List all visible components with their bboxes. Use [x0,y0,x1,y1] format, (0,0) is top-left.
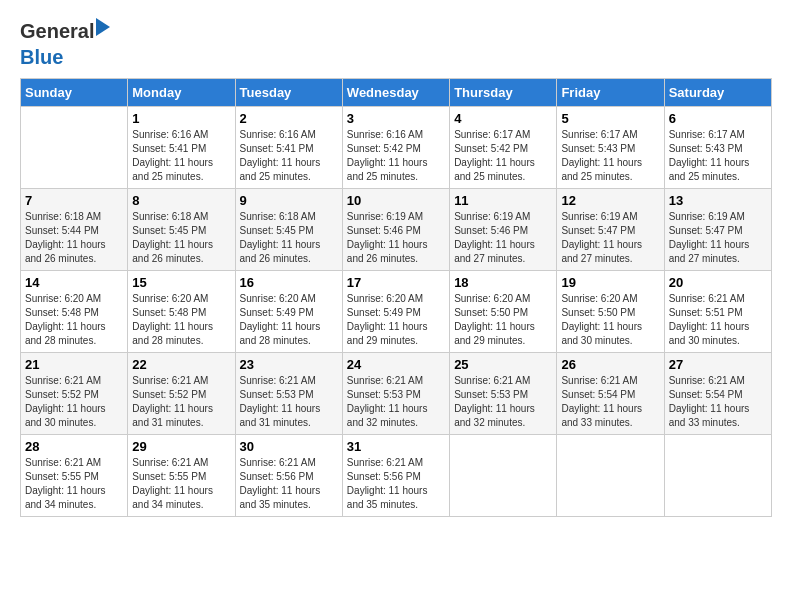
calendar-cell: 12Sunrise: 6:19 AMSunset: 5:47 PMDayligh… [557,189,664,271]
calendar-cell [557,435,664,517]
day-number: 22 [132,357,230,372]
day-info: Sunrise: 6:16 AMSunset: 5:41 PMDaylight:… [240,128,338,184]
day-number: 25 [454,357,552,372]
calendar-cell [450,435,557,517]
calendar-cell: 20Sunrise: 6:21 AMSunset: 5:51 PMDayligh… [664,271,771,353]
calendar-cell: 31Sunrise: 6:21 AMSunset: 5:56 PMDayligh… [342,435,449,517]
day-info: Sunrise: 6:21 AMSunset: 5:53 PMDaylight:… [454,374,552,430]
col-header-friday: Friday [557,79,664,107]
week-row-4: 21Sunrise: 6:21 AMSunset: 5:52 PMDayligh… [21,353,772,435]
col-header-monday: Monday [128,79,235,107]
calendar-cell: 13Sunrise: 6:19 AMSunset: 5:47 PMDayligh… [664,189,771,271]
week-row-5: 28Sunrise: 6:21 AMSunset: 5:55 PMDayligh… [21,435,772,517]
day-info: Sunrise: 6:21 AMSunset: 5:55 PMDaylight:… [25,456,123,512]
day-info: Sunrise: 6:20 AMSunset: 5:50 PMDaylight:… [561,292,659,348]
day-info: Sunrise: 6:21 AMSunset: 5:53 PMDaylight:… [347,374,445,430]
day-info: Sunrise: 6:16 AMSunset: 5:41 PMDaylight:… [132,128,230,184]
calendar-cell: 27Sunrise: 6:21 AMSunset: 5:54 PMDayligh… [664,353,771,435]
day-info: Sunrise: 6:21 AMSunset: 5:55 PMDaylight:… [132,456,230,512]
day-info: Sunrise: 6:17 AMSunset: 5:43 PMDaylight:… [561,128,659,184]
day-number: 16 [240,275,338,290]
calendar-cell [664,435,771,517]
day-number: 14 [25,275,123,290]
day-info: Sunrise: 6:21 AMSunset: 5:51 PMDaylight:… [669,292,767,348]
day-info: Sunrise: 6:20 AMSunset: 5:50 PMDaylight:… [454,292,552,348]
calendar-cell: 7Sunrise: 6:18 AMSunset: 5:44 PMDaylight… [21,189,128,271]
day-number: 24 [347,357,445,372]
col-header-saturday: Saturday [664,79,771,107]
calendar-cell: 25Sunrise: 6:21 AMSunset: 5:53 PMDayligh… [450,353,557,435]
day-info: Sunrise: 6:18 AMSunset: 5:45 PMDaylight:… [132,210,230,266]
calendar-cell: 17Sunrise: 6:20 AMSunset: 5:49 PMDayligh… [342,271,449,353]
day-info: Sunrise: 6:20 AMSunset: 5:48 PMDaylight:… [25,292,123,348]
day-number: 4 [454,111,552,126]
logo-general-text: General [20,20,94,42]
logo: General Blue [20,20,110,68]
day-number: 12 [561,193,659,208]
day-number: 15 [132,275,230,290]
calendar-cell: 11Sunrise: 6:19 AMSunset: 5:46 PMDayligh… [450,189,557,271]
day-info: Sunrise: 6:20 AMSunset: 5:49 PMDaylight:… [347,292,445,348]
day-info: Sunrise: 6:17 AMSunset: 5:43 PMDaylight:… [669,128,767,184]
day-info: Sunrise: 6:19 AMSunset: 5:47 PMDaylight:… [669,210,767,266]
day-info: Sunrise: 6:20 AMSunset: 5:49 PMDaylight:… [240,292,338,348]
day-info: Sunrise: 6:19 AMSunset: 5:46 PMDaylight:… [347,210,445,266]
day-number: 28 [25,439,123,454]
page-header: General Blue [20,20,772,68]
day-info: Sunrise: 6:20 AMSunset: 5:48 PMDaylight:… [132,292,230,348]
day-number: 19 [561,275,659,290]
calendar-cell: 9Sunrise: 6:18 AMSunset: 5:45 PMDaylight… [235,189,342,271]
day-info: Sunrise: 6:21 AMSunset: 5:53 PMDaylight:… [240,374,338,430]
day-number: 6 [669,111,767,126]
day-number: 1 [132,111,230,126]
day-info: Sunrise: 6:18 AMSunset: 5:44 PMDaylight:… [25,210,123,266]
day-number: 3 [347,111,445,126]
day-info: Sunrise: 6:21 AMSunset: 5:56 PMDaylight:… [240,456,338,512]
day-info: Sunrise: 6:21 AMSunset: 5:54 PMDaylight:… [669,374,767,430]
calendar-cell: 5Sunrise: 6:17 AMSunset: 5:43 PMDaylight… [557,107,664,189]
day-info: Sunrise: 6:17 AMSunset: 5:42 PMDaylight:… [454,128,552,184]
day-number: 29 [132,439,230,454]
logo-arrow-icon [96,18,110,36]
day-number: 23 [240,357,338,372]
calendar-cell: 14Sunrise: 6:20 AMSunset: 5:48 PMDayligh… [21,271,128,353]
calendar-cell: 2Sunrise: 6:16 AMSunset: 5:41 PMDaylight… [235,107,342,189]
calendar-cell [21,107,128,189]
calendar-cell: 6Sunrise: 6:17 AMSunset: 5:43 PMDaylight… [664,107,771,189]
week-row-1: 1Sunrise: 6:16 AMSunset: 5:41 PMDaylight… [21,107,772,189]
calendar-cell: 24Sunrise: 6:21 AMSunset: 5:53 PMDayligh… [342,353,449,435]
calendar-cell: 29Sunrise: 6:21 AMSunset: 5:55 PMDayligh… [128,435,235,517]
calendar-cell: 18Sunrise: 6:20 AMSunset: 5:50 PMDayligh… [450,271,557,353]
calendar-cell: 22Sunrise: 6:21 AMSunset: 5:52 PMDayligh… [128,353,235,435]
day-info: Sunrise: 6:21 AMSunset: 5:52 PMDaylight:… [25,374,123,430]
day-number: 10 [347,193,445,208]
calendar-cell: 3Sunrise: 6:16 AMSunset: 5:42 PMDaylight… [342,107,449,189]
logo-blue-text: Blue [20,46,63,68]
day-number: 5 [561,111,659,126]
week-row-3: 14Sunrise: 6:20 AMSunset: 5:48 PMDayligh… [21,271,772,353]
logo-wrapper: General [20,20,110,42]
day-number: 11 [454,193,552,208]
day-info: Sunrise: 6:19 AMSunset: 5:46 PMDaylight:… [454,210,552,266]
calendar-cell: 15Sunrise: 6:20 AMSunset: 5:48 PMDayligh… [128,271,235,353]
calendar-cell: 21Sunrise: 6:21 AMSunset: 5:52 PMDayligh… [21,353,128,435]
col-header-wednesday: Wednesday [342,79,449,107]
calendar-cell: 16Sunrise: 6:20 AMSunset: 5:49 PMDayligh… [235,271,342,353]
day-info: Sunrise: 6:21 AMSunset: 5:54 PMDaylight:… [561,374,659,430]
col-header-tuesday: Tuesday [235,79,342,107]
day-number: 18 [454,275,552,290]
col-header-sunday: Sunday [21,79,128,107]
day-number: 30 [240,439,338,454]
calendar-header-row: SundayMondayTuesdayWednesdayThursdayFrid… [21,79,772,107]
day-info: Sunrise: 6:16 AMSunset: 5:42 PMDaylight:… [347,128,445,184]
day-number: 27 [669,357,767,372]
calendar-cell: 4Sunrise: 6:17 AMSunset: 5:42 PMDaylight… [450,107,557,189]
calendar-cell: 1Sunrise: 6:16 AMSunset: 5:41 PMDaylight… [128,107,235,189]
day-number: 26 [561,357,659,372]
day-number: 13 [669,193,767,208]
day-number: 7 [25,193,123,208]
day-number: 20 [669,275,767,290]
week-row-2: 7Sunrise: 6:18 AMSunset: 5:44 PMDaylight… [21,189,772,271]
calendar-table: SundayMondayTuesdayWednesdayThursdayFrid… [20,78,772,517]
calendar-cell: 8Sunrise: 6:18 AMSunset: 5:45 PMDaylight… [128,189,235,271]
